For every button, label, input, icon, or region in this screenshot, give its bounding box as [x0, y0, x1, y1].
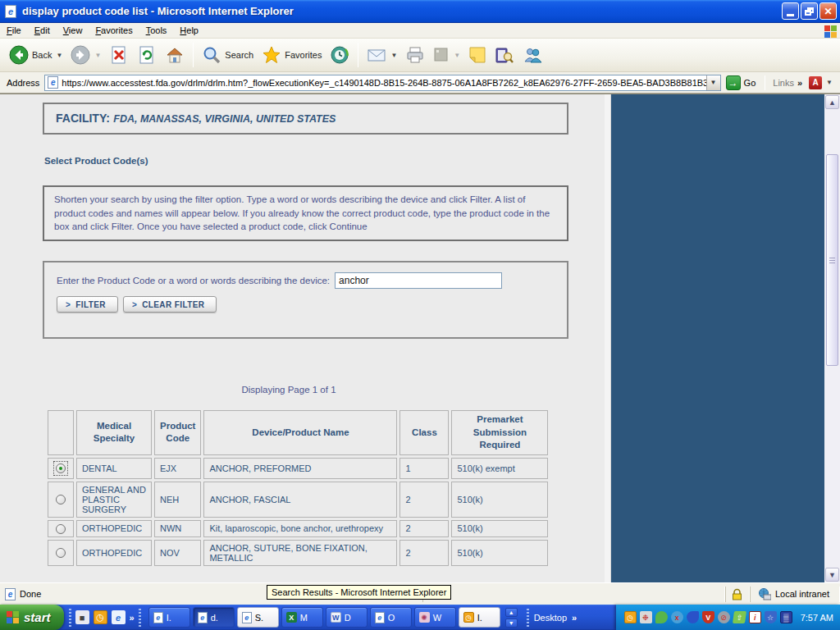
address-input[interactable]: e https://www.accesstest.fda.gov/drlm/dr… [44, 75, 720, 91]
favorites-icon [262, 45, 281, 65]
tray-swirl-icon[interactable]: ❉ [640, 611, 652, 623]
device-search-input[interactable] [335, 272, 502, 289]
edit-button[interactable]: ▼ [429, 45, 464, 65]
back-button[interactable]: Back ▼ [5, 43, 66, 66]
cell-specialty: ORTHOPEDIC [76, 540, 152, 566]
task-window-word[interactable]: W D [326, 607, 368, 628]
window-title: display product code list - Microsoft In… [22, 5, 780, 17]
cell-specialty: DENTAL [76, 458, 152, 479]
status-progress-pane [422, 587, 725, 602]
favorites-button[interactable]: Favorites [258, 43, 326, 66]
tray-shield-icon[interactable]: ☆ [765, 611, 777, 623]
go-button[interactable]: → Go [726, 75, 756, 90]
scrollbar-thumb[interactable] [826, 154, 838, 366]
cell-code: NOV [154, 540, 201, 566]
filter-button[interactable]: > FILTER [57, 296, 118, 313]
taskband-handle[interactable] [139, 609, 141, 627]
links-label: Links [773, 78, 794, 88]
search-button[interactable]: Search [198, 43, 258, 66]
row-radio-selected[interactable] [56, 463, 66, 473]
history-button[interactable] [326, 43, 354, 66]
task-window-ie[interactable]: e I. [148, 607, 190, 628]
desktop-label: Desktop [534, 613, 567, 623]
header-product-code: Product Code [154, 410, 201, 455]
task-window-clock[interactable]: ◷ I. [459, 607, 500, 628]
tray-blue-orb-icon[interactable] [687, 611, 699, 623]
tray-network-icon[interactable]: ▒ [780, 611, 792, 623]
task-window-ie-active[interactable]: e d. [193, 607, 235, 628]
task-label: S. [255, 613, 263, 623]
tray-clock-icon[interactable]: ◷ [624, 611, 637, 623]
product-code-table: Medical Specialty Product Code Device/Pr… [45, 408, 550, 568]
task-window-excel[interactable]: X M [281, 607, 323, 628]
clock-app-icon[interactable]: ◷ [94, 610, 107, 624]
cell-submission: 510(k) exempt [451, 458, 548, 479]
refresh-button[interactable] [133, 43, 161, 66]
tray-info-icon[interactable]: i [749, 611, 761, 623]
page-gap [605, 94, 611, 582]
forward-button[interactable]: ▼ [66, 43, 105, 66]
mail-dropdown-icon[interactable]: ▼ [390, 52, 397, 59]
links-toolbar[interactable]: Links » [773, 78, 801, 88]
adobe-pdf-icon: A [809, 76, 822, 89]
tray-antivirus-shield-icon[interactable]: V [702, 611, 714, 623]
title-bar: e display product code list - Microsoft … [0, 0, 840, 23]
row-radio[interactable] [56, 548, 66, 558]
home-button[interactable] [161, 43, 189, 66]
row-radio[interactable] [56, 524, 66, 534]
desktop-toolbar-handle[interactable] [527, 609, 529, 627]
status-lock-pane [725, 587, 750, 602]
tray-chat-icon[interactable] [655, 611, 668, 623]
close-button[interactable]: ✕ [819, 2, 837, 20]
mail-button[interactable]: ▼ [363, 44, 401, 66]
menu-edit[interactable]: Edit [34, 25, 50, 35]
quick-launch-handle[interactable] [69, 609, 71, 627]
menu-file[interactable]: File [7, 25, 21, 35]
clear-filter-button-label: CLEAR FILTER [142, 300, 204, 309]
quick-launch-chevron[interactable]: » [130, 613, 135, 623]
task-ie-icon: e [198, 612, 208, 623]
task-window-app[interactable]: ✺ W [414, 607, 456, 628]
vertical-scrollbar[interactable]: ▲ ▼ [824, 94, 840, 582]
messenger-button[interactable] [518, 44, 546, 66]
menu-help[interactable]: Help [180, 25, 199, 35]
header-class: Class [399, 410, 449, 455]
taskband-scroll-down[interactable]: ▼ [505, 619, 518, 628]
desktop-chevron[interactable]: » [572, 613, 577, 623]
tray-messenger-blocked-icon[interactable]: x [671, 611, 683, 623]
clear-filter-button[interactable]: > CLEAR FILTER [123, 296, 217, 313]
scroll-down-button[interactable]: ▼ [825, 568, 839, 582]
start-button[interactable]: start [0, 605, 64, 630]
row-radio[interactable] [56, 495, 66, 504]
address-dropdown-button[interactable]: ▼ [706, 75, 720, 90]
show-desktop-icon[interactable]: ■ [75, 610, 89, 624]
clear-filter-chevron-icon: > [132, 300, 137, 309]
ie-launch-icon[interactable]: e [112, 610, 126, 624]
task-label: D [345, 613, 351, 623]
task-window-ie-hover[interactable]: e S. [237, 607, 279, 628]
adobe-pdf-button[interactable]: A ▼ [805, 75, 837, 91]
taskband-scroll-up[interactable]: ▲ [505, 608, 518, 617]
menu-tools[interactable]: Tools [146, 25, 167, 35]
cell-class: 1 [399, 458, 449, 479]
back-dropdown-icon[interactable]: ▼ [56, 52, 62, 59]
menu-favorites[interactable]: Favorites [95, 25, 132, 35]
print-button[interactable] [401, 44, 429, 66]
scroll-up-button[interactable]: ▲ [825, 95, 839, 109]
task-app-icon: ✺ [419, 612, 430, 623]
stop-button[interactable] [105, 43, 133, 66]
research-button[interactable] [491, 44, 518, 66]
task-window-ie2[interactable]: e O [370, 607, 412, 628]
discuss-button[interactable] [464, 44, 491, 66]
forward-dropdown-icon[interactable]: ▼ [94, 52, 101, 59]
table-row: ORTHOPEDIC NWN Kit, laparoscopic, bone a… [48, 520, 548, 537]
tray-update-icon[interactable]: ⇧ [733, 611, 746, 623]
tray-mute-icon[interactable]: ⊘ [718, 611, 730, 623]
menu-view[interactable]: View [63, 25, 83, 35]
restore-button[interactable] [801, 2, 818, 20]
pdf-dropdown-icon[interactable]: ▼ [826, 79, 833, 86]
status-text: Done [20, 589, 41, 599]
table-header-row: Medical Specialty Product Code Device/Pr… [48, 410, 548, 455]
minimize-button[interactable] [782, 2, 799, 20]
edit-dropdown-icon[interactable]: ▼ [454, 52, 460, 59]
